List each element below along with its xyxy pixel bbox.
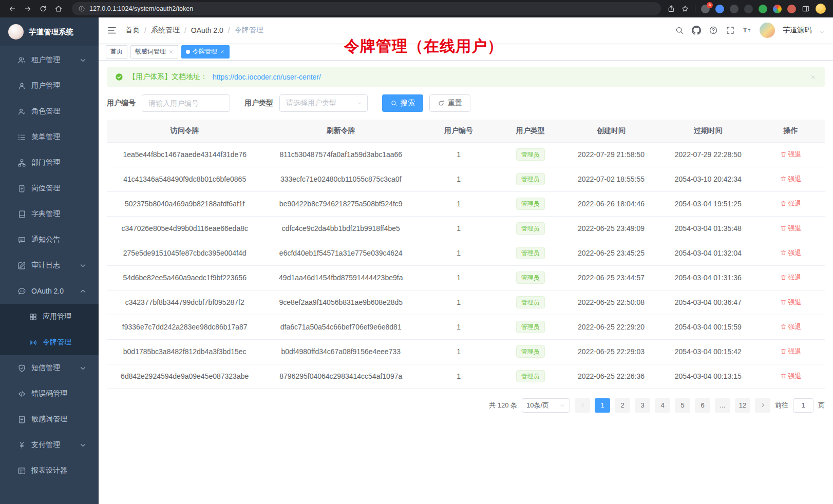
search-button[interactable]: 搜索: [382, 94, 423, 112]
split-view-icon[interactable]: [802, 5, 810, 13]
page-size-select[interactable]: 10条/页: [522, 398, 570, 413]
sidebar-item-audit-log[interactable]: 审计日志: [0, 253, 99, 278]
next-page-button[interactable]: [755, 398, 770, 413]
sidebar-item-sms[interactable]: 短信管理: [0, 355, 99, 381]
force-logout-button[interactable]: 强退: [780, 150, 802, 159]
reload-icon: [39, 5, 47, 13]
github-icon[interactable]: [692, 26, 701, 35]
tab-home[interactable]: 首页: [106, 45, 127, 59]
forward-button[interactable]: [21, 2, 35, 16]
force-logout-button[interactable]: 强退: [780, 248, 802, 258]
back-button[interactable]: [5, 2, 20, 16]
user-avatar[interactable]: [760, 23, 775, 38]
force-logout-button[interactable]: 强退: [780, 273, 802, 282]
breadcrumb-item[interactable]: 首页: [125, 26, 140, 35]
force-logout-button[interactable]: 强退: [780, 372, 802, 381]
word-icon: [17, 415, 26, 424]
home-button[interactable]: [51, 2, 66, 16]
user-type-badge: 管理员: [516, 222, 545, 235]
sidebar-item-menu[interactable]: 菜单管理: [0, 124, 99, 150]
extension-icon-green[interactable]: [759, 5, 767, 13]
jump-page-input[interactable]: [793, 398, 813, 413]
breadcrumb-item[interactable]: 系统管理: [151, 26, 180, 35]
doc-link[interactable]: https://doc.iocoder.cn/user-center/: [213, 73, 321, 81]
reset-button[interactable]: 重置: [429, 94, 470, 112]
sidebar-item-tenant[interactable]: 租户管理: [0, 47, 99, 73]
page-button-4[interactable]: 4: [655, 398, 670, 413]
user-id-input[interactable]: [142, 94, 230, 112]
sidebar-item-user[interactable]: 用户管理: [0, 73, 99, 99]
profile-avatar[interactable]: [816, 4, 826, 14]
extension-icon-dark-2[interactable]: [744, 5, 753, 13]
force-logout-label: 强退: [788, 372, 802, 381]
page-button-12[interactable]: 12: [735, 398, 750, 413]
help-icon[interactable]: [709, 26, 718, 35]
tab-close-icon[interactable]: [168, 49, 174, 54]
username[interactable]: 芋道源码: [783, 26, 811, 35]
sidebar-item-oauth2[interactable]: OAuth 2.0: [0, 278, 99, 304]
extension-icon-red[interactable]: [787, 5, 796, 13]
sidebar-item-oauth2-app[interactable]: 应用管理: [0, 304, 99, 329]
trash-icon: [780, 373, 787, 379]
sidebar-item-report[interactable]: 报表设计器: [0, 458, 99, 483]
breadcrumb-item[interactable]: OAuth 2.0: [191, 26, 223, 34]
tab-oauth2-token[interactable]: 令牌管理: [181, 45, 230, 59]
force-logout-label: 强退: [788, 150, 802, 159]
force-logout-button[interactable]: 强退: [780, 224, 802, 233]
chevron-down-icon: [79, 441, 87, 450]
token-icon: [29, 338, 37, 347]
extension-icon-colorful[interactable]: [773, 5, 782, 13]
page-button-6[interactable]: 6: [695, 398, 710, 413]
oauth-icon: [17, 287, 26, 296]
force-logout-button[interactable]: 强退: [780, 347, 802, 356]
expire-time-cell: 2054-03-10 20:42:34: [659, 167, 756, 191]
user-type-cell: 管理员: [498, 216, 563, 241]
force-logout-button[interactable]: 强退: [780, 322, 802, 332]
fullscreen-icon[interactable]: [726, 26, 735, 35]
page-button-2[interactable]: 2: [615, 398, 630, 413]
sidebar-item-sensitive-word[interactable]: 敏感词管理: [0, 406, 99, 432]
breadcrumb-separator: /: [144, 26, 146, 34]
prev-page-button[interactable]: [575, 398, 590, 413]
page-button-5[interactable]: 5: [675, 398, 690, 413]
alert-close-icon[interactable]: [810, 74, 817, 81]
share-icon[interactable]: [667, 5, 675, 13]
bookmark-icon[interactable]: [681, 5, 689, 13]
sidebar-item-post[interactable]: 岗位管理: [0, 176, 99, 201]
column-header: 创建时间: [563, 120, 660, 142]
expire-time-cell: 2054-03-04 19:51:25: [659, 191, 756, 216]
user-type-select[interactable]: 请选择用户类型: [279, 94, 368, 112]
extension-icon-dark[interactable]: [730, 5, 739, 13]
sidebar-item-oauth2-token[interactable]: 令牌管理: [0, 329, 99, 355]
page-button-1[interactable]: 1: [595, 398, 610, 413]
sidebar-item-dept[interactable]: 部门管理: [0, 150, 99, 176]
tab-sensitive-word[interactable]: 敏感词管理: [130, 45, 178, 59]
force-logout-label: 强退: [788, 175, 802, 184]
sidebar-toggle[interactable]: [107, 25, 117, 35]
address-bar[interactable]: 127.0.0.1:1024/system/oauth2/token: [72, 2, 661, 15]
chevron-down-icon[interactable]: [819, 29, 825, 35]
sidebar-item-label: 租户管理: [31, 55, 60, 65]
sidebar-item-error-code[interactable]: 错误码管理: [0, 381, 99, 406]
page-button-3[interactable]: 3: [635, 398, 650, 413]
search-icon[interactable]: [675, 26, 684, 35]
refresh-token-cell: 49d1aa46d1454fbd87591444423be9fa: [262, 265, 419, 290]
force-logout-button[interactable]: 强退: [780, 199, 802, 208]
reload-button[interactable]: [36, 2, 50, 16]
trash-icon: [780, 348, 787, 355]
user-type-cell: 管理员: [498, 142, 563, 167]
font-size-icon[interactable]: TT: [743, 26, 752, 35]
force-logout-button[interactable]: 强退: [780, 175, 802, 184]
sidebar-item-pay[interactable]: 支付管理: [0, 432, 99, 458]
extension-icon-blue[interactable]: [715, 5, 724, 13]
extension-icon-badged[interactable]: 6: [701, 5, 710, 13]
tab-close-icon[interactable]: [220, 49, 225, 54]
sidebar-item-notice[interactable]: 通知公告: [0, 227, 99, 253]
sidebar-item-role[interactable]: 角色管理: [0, 99, 99, 124]
table-row: f9336e7c7dd242a283ee98dc86b17a87dfa6c71a…: [107, 315, 825, 339]
app-logo[interactable]: 芋道管理系统: [0, 17, 99, 46]
sidebar-item-dict[interactable]: 字典管理: [0, 201, 99, 227]
force-logout-button[interactable]: 强退: [780, 298, 802, 307]
site-info-icon[interactable]: [78, 5, 85, 12]
page-more-button[interactable]: ...: [715, 398, 730, 413]
